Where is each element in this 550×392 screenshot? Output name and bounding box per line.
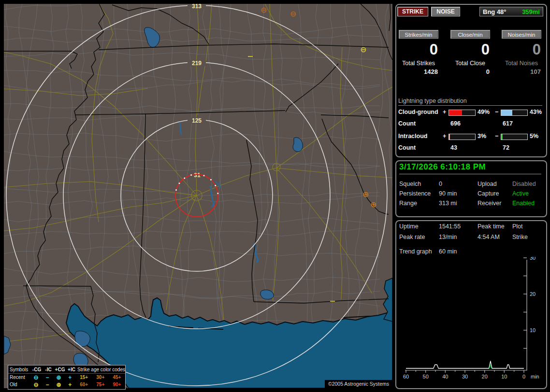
persistence-value: 90 min (439, 190, 457, 197)
map-legend: Symbols -CG -IC +CG +IC Strike age color… (8, 365, 126, 390)
minus-icon: − (42, 375, 53, 380)
uptime-row: Uptime 1541:55 Peak time Plot (396, 223, 543, 232)
cg-positive-pct: 49% (478, 109, 490, 115)
trend-chart: 0102030405060min302010 (397, 257, 547, 386)
svg-text:30: 30 (462, 374, 468, 379)
plus-icon: + (64, 382, 75, 388)
total-strikes-label: Total Strikes (396, 60, 441, 67)
svg-text:50: 50 (423, 374, 429, 379)
trend-graph-label: Trend graph (399, 248, 432, 255)
cloud-ground-label: Cloud-ground (398, 109, 438, 115)
ring-label-313: 313 (192, 4, 202, 10)
ic-negative-pct: 5% (530, 133, 538, 140)
status-row: Squelch 0 Upload Disabled (396, 181, 543, 189)
datetime: 3/17/2026 6:10:18 PM (399, 162, 541, 174)
legend-row-old: Old ⊖ − ⊕ + 60+ 75+ 90+ (8, 381, 125, 388)
legend-col-ic-neg: -IC (43, 367, 54, 372)
copyright: ©2005 Astrogenic Systems (325, 380, 392, 388)
peak-time-label: Peak time (478, 223, 505, 230)
minus-sign: − (495, 109, 498, 115)
noises-per-min-button[interactable]: Noises/min (502, 30, 541, 39)
app-window: 313 219 125 31 Symbols -CG -IC +CG +IC S… (0, 0, 550, 392)
peak-rate-value: 13/min (439, 234, 457, 240)
strikes-per-min-value: 0 (396, 42, 441, 58)
plot-label: Plot (512, 223, 523, 230)
count-label: Count (398, 120, 416, 127)
svg-text:min: min (531, 374, 539, 379)
squelch-label: Squelch (399, 181, 421, 187)
cg-positive-bar (449, 110, 476, 116)
close-per-min-value: 0 (448, 42, 492, 58)
minus-icon: − (42, 382, 53, 388)
cloud-ground-counts: Count 696 617 (398, 120, 542, 128)
ring-label-125: 125 (192, 117, 202, 124)
age-30: 30+ (92, 375, 109, 380)
peak-rate-label: Peak rate (399, 234, 425, 240)
svg-text:10: 10 (530, 327, 536, 333)
noises-per-min-value: 0 (499, 42, 544, 58)
uptime-label: Uptime (399, 223, 419, 230)
svg-text:0: 0 (522, 374, 525, 379)
cg-negative-pct: 43% (530, 109, 542, 115)
minus-sign: − (495, 133, 498, 140)
bearing-display: Bng 48° 359mi (479, 7, 543, 16)
legend-age-title: Strike age color codes (77, 367, 125, 372)
total-noises-value: 107 (499, 68, 544, 75)
status-row: Persistence 90 min Capture Active (396, 190, 543, 199)
counters-box: STRIKE NOISE Bng 48° 359mi Strikes/min 0… (395, 4, 547, 157)
ring-label-219: 219 (192, 60, 202, 67)
receiver-value: Enabled (512, 200, 535, 207)
close-per-min-button[interactable]: Close/min (450, 30, 490, 39)
status-panel: STRIKE NOISE Bng 48° 359mi Strikes/min 0… (395, 0, 548, 392)
circle-plus-icon: ⊕ (53, 382, 64, 388)
circle-minus-icon: ⊖ (30, 375, 42, 380)
count-label: Count (398, 144, 416, 151)
strikes-per-min-button[interactable]: Strikes/min (399, 30, 438, 39)
circle-minus-icon: ⊖ (30, 382, 42, 388)
plus-sign: + (443, 109, 446, 115)
trend-graph-row: Trend graph 60 min (396, 248, 543, 257)
peak-time-value: 4:54 AM (478, 234, 500, 240)
age-15: 15+ (76, 375, 92, 380)
status-row: Range 313 mi Receiver Enabled (396, 200, 543, 209)
svg-text:10: 10 (501, 374, 507, 379)
age-60: 60+ (76, 382, 92, 387)
trend-graph-value: 60 min (439, 248, 457, 255)
svg-text:30: 30 (530, 257, 536, 261)
svg-text:20: 20 (482, 374, 488, 379)
svg-text:20: 20 (530, 291, 536, 297)
noises-counter: Noises/min 0 Total Noises 107 (499, 30, 544, 75)
lightning-map[interactable]: 313 219 125 31 (4, 4, 392, 388)
bearing-label: Bng 48° (483, 8, 507, 15)
intracloud-counts: Count 43 72 (398, 144, 542, 152)
total-close-label: Total Close (448, 60, 492, 67)
squelch-value: 0 (439, 181, 442, 187)
peak-rate-row: Peak rate 13/min 4:54 AM Strike (396, 234, 543, 242)
age-45: 45+ (109, 375, 125, 380)
total-strikes-value: 1428 (396, 68, 441, 75)
ic-negative-count: 72 (503, 144, 509, 151)
legend-col-cg-neg: -CG (31, 367, 43, 372)
distribution-title: Lightning type distribution (398, 98, 542, 106)
intracloud-row: Intracloud + 3% − 5% (398, 133, 542, 141)
svg-text:60: 60 (403, 374, 409, 379)
cg-negative-bar (501, 110, 528, 116)
noise-button[interactable]: NOISE (431, 7, 460, 16)
map-view[interactable]: 313 219 125 31 Symbols -CG -IC +CG +IC S… (4, 4, 392, 388)
legend-title: Symbols (8, 367, 31, 372)
age-90: 90+ (109, 382, 125, 387)
strike-button[interactable]: STRIKE (397, 7, 428, 16)
total-close-value: 0 (448, 68, 492, 75)
ic-positive-bar (449, 134, 476, 140)
ring-label-31: 31 (194, 172, 201, 179)
uptime-value: 1541:55 (439, 223, 461, 230)
range-value: 313 mi (439, 200, 457, 207)
upload-label: Upload (478, 181, 497, 187)
ic-positive-count: 43 (450, 144, 457, 151)
legend-col-cg-pos: +CG (54, 367, 66, 372)
ic-positive-pct: 3% (478, 133, 486, 140)
strikes-counter: Strikes/min 0 Total Strikes 1428 (396, 30, 441, 75)
legend-old-label: Old (8, 382, 30, 387)
age-75: 75+ (92, 382, 109, 387)
lightning-distribution: Lightning type distribution Cloud-ground… (398, 98, 542, 157)
